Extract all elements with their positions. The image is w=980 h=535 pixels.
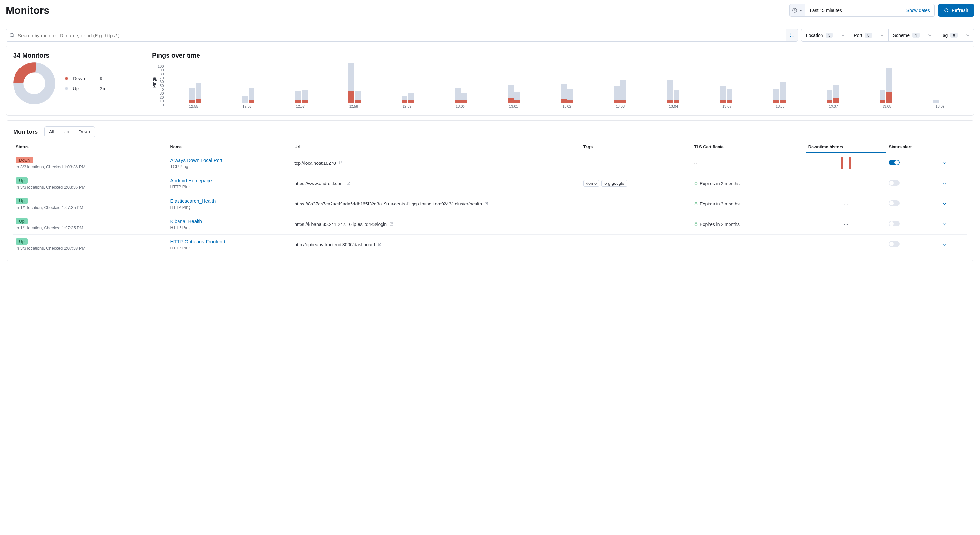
bar-segment-down (620, 100, 626, 103)
tags-cell (581, 153, 691, 173)
refresh-button[interactable]: Refresh (938, 4, 974, 17)
bar-segment-down (568, 100, 573, 103)
svg-point-2 (790, 34, 791, 34)
tab-all[interactable]: All (45, 127, 59, 137)
expand-row-button[interactable] (943, 182, 964, 185)
monitor-name-link[interactable]: HTTP-Opbeans-Frontend (170, 239, 225, 244)
bar-segment-up (455, 88, 461, 99)
bar-segment-up (568, 89, 573, 100)
tag-chip[interactable]: demo (583, 180, 600, 187)
expand-row-button[interactable] (943, 202, 964, 206)
x-tick: 12:57 (274, 104, 327, 108)
bar-segment-down (355, 100, 361, 103)
search-filters-row: Location 3 Port 8 Scheme 4 Tag 8 (6, 29, 974, 42)
filter-group: Location 3 Port 8 Scheme 4 Tag 8 (801, 29, 974, 42)
chart-bar (455, 88, 461, 103)
bar-segment-down (196, 99, 201, 103)
expand-row-button[interactable] (943, 161, 964, 165)
show-dates-link[interactable]: Show dates (907, 8, 930, 13)
bar-segment-up (514, 92, 520, 100)
monitor-name-link[interactable]: Elasticsearch_Health (170, 198, 216, 204)
x-tick: 13:07 (807, 104, 860, 108)
chart-bar (773, 88, 779, 103)
bar-segment-up (727, 89, 732, 100)
status-alert-toggle[interactable] (889, 220, 900, 227)
monitor-type: HTTP Ping (170, 184, 289, 189)
external-link-icon[interactable] (378, 242, 382, 247)
monitor-name-link[interactable]: Android Homepage (170, 178, 212, 183)
col-header-alert[interactable]: Status alert (886, 142, 940, 153)
bar-group (806, 85, 859, 103)
col-header-status[interactable]: Status (13, 142, 167, 153)
status-alert-toggle[interactable] (889, 180, 900, 186)
status-alert-toggle[interactable] (889, 241, 900, 247)
tag-chip[interactable]: org:google (601, 180, 627, 187)
bar-segment-down (402, 100, 407, 103)
tls-expiry: Expires in 2 months (700, 222, 740, 227)
bar-segment-down (833, 98, 839, 103)
x-tick: 12:56 (221, 104, 274, 108)
date-picker-quick-select[interactable] (789, 4, 805, 16)
bar-group (434, 88, 487, 103)
bar-segment-up (833, 85, 839, 98)
legend-label: Down (73, 76, 95, 81)
filter-scheme[interactable]: Scheme 4 (889, 29, 936, 42)
pings-bar-chart (167, 61, 967, 103)
filter-label: Scheme (893, 33, 910, 38)
monitor-type: HTTP Ping (170, 205, 289, 210)
external-link-icon[interactable] (389, 222, 393, 227)
bar-segment-up (302, 91, 308, 100)
tags-cell: demoorg:google (581, 173, 691, 193)
chevron-down-icon (841, 34, 845, 37)
expand-row-button[interactable] (943, 222, 964, 226)
x-tick: 13:08 (860, 104, 913, 108)
date-range-label: Last 15 minutes (810, 8, 842, 13)
col-header-url[interactable]: Url (292, 142, 581, 153)
filter-port[interactable]: Port 8 (849, 29, 888, 42)
monitors-table: Status Name Url Tags TLS Certificate Dow… (13, 142, 967, 255)
bar-group (381, 93, 434, 103)
col-header-name[interactable]: Name (167, 142, 292, 153)
expand-row-button[interactable] (943, 243, 964, 246)
monitor-name-link[interactable]: Kibana_Health (170, 219, 202, 224)
pings-chart-section: Pings over time Pings 100908070605040302… (152, 52, 967, 110)
external-link-icon[interactable] (485, 201, 488, 206)
date-picker[interactable]: Last 15 minutes Show dates (789, 4, 935, 17)
monitor-url: http://opbeans-frontend:3000/dashboard (294, 242, 375, 247)
monitor-type: HTTP Ping (170, 246, 289, 251)
col-header-tls[interactable]: TLS Certificate (691, 142, 806, 153)
filter-location[interactable]: Location 3 (802, 29, 850, 42)
bar-group (328, 63, 381, 103)
bar-group (700, 86, 753, 103)
date-range-display[interactable]: Last 15 minutes Show dates (805, 4, 934, 16)
external-link-icon[interactable] (339, 161, 342, 166)
svg-point-3 (793, 34, 794, 34)
monitor-name-link[interactable]: Always Down Local Port (170, 157, 223, 163)
bar-segment-up (827, 91, 832, 100)
bar-segment-up (780, 82, 786, 99)
search-settings-button[interactable] (786, 29, 798, 42)
x-tick: 13:09 (913, 104, 967, 108)
search-input[interactable] (18, 33, 783, 38)
svg-point-5 (793, 36, 794, 37)
bar-segment-down (614, 100, 620, 103)
chart-bar (880, 90, 885, 103)
tab-down[interactable]: Down (73, 127, 95, 137)
chart-bar (355, 91, 361, 103)
x-tick: 12:58 (327, 104, 380, 108)
external-link-icon[interactable] (346, 181, 350, 186)
col-header-tags[interactable]: Tags (581, 142, 691, 153)
tab-up[interactable]: Up (59, 127, 74, 137)
legend-value: 25 (100, 86, 105, 91)
chart-bar (402, 96, 407, 103)
search-box (6, 29, 798, 42)
col-header-downtime[interactable]: Downtime history (806, 142, 886, 153)
legend-value: 9 (100, 76, 102, 81)
bar-group (647, 80, 700, 103)
status-badge: Up (16, 198, 28, 204)
filter-tag[interactable]: Tag 8 (936, 29, 974, 42)
status-alert-toggle[interactable] (889, 200, 900, 206)
status-alert-toggle[interactable] (889, 160, 900, 165)
legend-dot-icon (65, 87, 68, 90)
x-tick: 13:05 (700, 104, 753, 108)
